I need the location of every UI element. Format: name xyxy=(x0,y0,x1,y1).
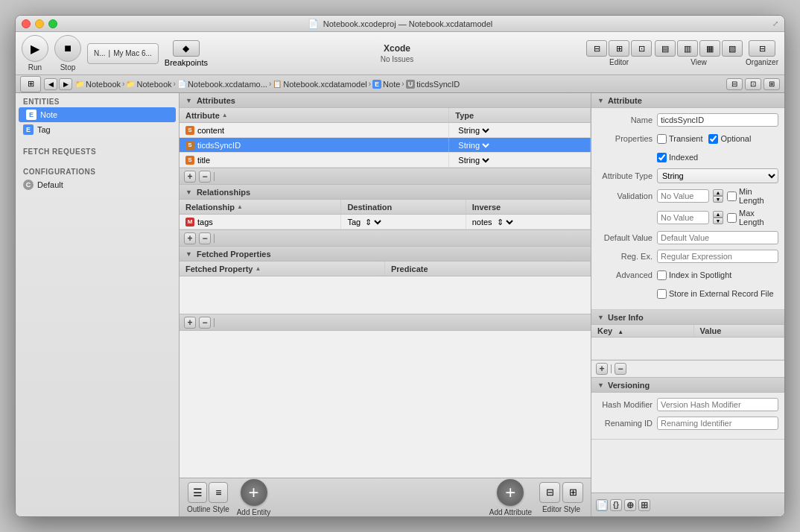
editor-btn-2[interactable]: ⊞ xyxy=(609,40,629,57)
nav-grid-icon[interactable]: ⊞ xyxy=(20,76,41,92)
spotlight-check[interactable] xyxy=(657,270,667,280)
right-grid-btn[interactable]: ⊞ xyxy=(638,499,650,511)
nav-info-btn[interactable]: ⊟ xyxy=(726,78,743,90)
organizer-btn[interactable]: ⊟ xyxy=(749,40,775,57)
sidebar-item-default[interactable]: C Default xyxy=(16,177,179,192)
user-info-footer: + − xyxy=(591,360,784,378)
breadcrumb-note[interactable]: E Note xyxy=(372,80,400,89)
right-code-btn[interactable]: {} xyxy=(610,499,622,511)
indexed-checkbox[interactable]: Indexed xyxy=(657,153,698,162)
val-step-up-2[interactable]: ▲ xyxy=(713,211,723,218)
type-select-content[interactable]: String xyxy=(455,125,492,136)
project-name: Notebook.xcodeproj — Notebook.xcdatamode… xyxy=(323,19,492,28)
attr-row-ticds[interactable]: S ticdsSyncID String xyxy=(180,138,591,153)
view-btn-3[interactable]: ▦ xyxy=(699,40,720,57)
sidebar-item-note[interactable]: E Note xyxy=(19,107,176,122)
reg-ex-input[interactable] xyxy=(657,250,778,263)
rel-add-button[interactable]: + xyxy=(184,232,196,244)
breadcrumb-xcdatamo[interactable]: 📄 Notebook.xcdatamo... xyxy=(177,80,267,89)
user-info-add-button[interactable]: + xyxy=(596,363,608,375)
right-model-btn[interactable]: ⊕ xyxy=(624,499,636,511)
sidebar-item-tag[interactable]: E Tag xyxy=(16,122,179,137)
hash-modifier-input[interactable] xyxy=(657,398,778,411)
val-input-2[interactable] xyxy=(657,211,709,224)
breadcrumb-notebook-folder[interactable]: 📁 Notebook xyxy=(75,80,121,89)
transient-check[interactable] xyxy=(657,134,667,144)
attr-add-button[interactable]: + xyxy=(184,171,196,183)
view-btn-2[interactable]: ▥ xyxy=(677,40,698,57)
view-btn-1[interactable]: ▤ xyxy=(655,40,676,57)
external-checkbox[interactable]: Store in External Record File xyxy=(657,289,774,299)
right-file-btn[interactable]: 📄 xyxy=(596,499,608,511)
breadcrumb-ticds[interactable]: U ticdsSyncID xyxy=(406,80,460,89)
user-info-title: User Info xyxy=(608,313,644,322)
rel-row-tags[interactable]: M tags Tag ⇕ notes ⇕ xyxy=(180,215,591,229)
attr-cell-ticds-type[interactable]: String xyxy=(449,138,591,152)
fetched-section-header[interactable]: ▼ Fetched Properties xyxy=(180,247,591,262)
editor-table-icon[interactable]: ⊟ xyxy=(539,482,560,503)
breakpoints-button[interactable]: ◆ Breakpoints xyxy=(165,40,208,67)
inverse-select[interactable]: ⇕ xyxy=(494,217,515,227)
val-stepper-2: ▲ ▼ xyxy=(713,211,723,224)
run-button[interactable]: ▶ Run xyxy=(22,35,48,72)
user-info-remove-button[interactable]: − xyxy=(615,363,626,375)
type-select-ticds[interactable]: String xyxy=(455,140,492,151)
max-length-checkbox[interactable]: Max Length xyxy=(727,209,778,227)
stop-button[interactable]: ■ Stop xyxy=(54,35,81,72)
editor-graph-icon[interactable]: ⊞ xyxy=(562,482,583,503)
editor-style-button[interactable]: ⊟ ⊞ Editor Style xyxy=(539,482,583,513)
add-entity-button[interactable]: + xyxy=(241,479,267,506)
scheme-selector[interactable]: N... | My Mac 6... xyxy=(87,43,159,64)
type-select-title[interactable]: String xyxy=(455,155,492,165)
attr-cell-content-type[interactable]: String xyxy=(449,123,591,137)
nav-share-btn[interactable]: ⊡ xyxy=(745,78,761,90)
name-input[interactable] xyxy=(657,113,778,127)
view-btn-4[interactable]: ▧ xyxy=(722,40,743,57)
attr-row-title[interactable]: S title String xyxy=(180,153,591,168)
attr-type-label: Attribute Type xyxy=(597,171,657,180)
editor-btn-3[interactable]: ⊡ xyxy=(631,40,652,57)
max-length-check[interactable] xyxy=(727,213,737,223)
attr-type-select[interactable]: String Integer 16 Integer 32 Integer 64 … xyxy=(657,168,778,183)
min-length-checkbox[interactable]: Min Length xyxy=(727,187,778,205)
spotlight-checkbox[interactable]: Index in Spotlight xyxy=(657,270,731,280)
dest-select[interactable]: ⇕ xyxy=(362,217,384,227)
renaming-id-input[interactable] xyxy=(657,417,778,430)
min-length-check[interactable] xyxy=(727,191,737,201)
nav-more-btn[interactable]: ⊞ xyxy=(764,78,780,90)
attr-cell-title-type[interactable]: String xyxy=(449,153,591,167)
attr-remove-button[interactable]: − xyxy=(199,171,211,183)
rel-remove-button[interactable]: − xyxy=(199,232,211,244)
tables-area: ▼ Attributes Attribute ▲ Type xyxy=(180,93,591,478)
add-attribute-button[interactable]: + xyxy=(497,479,524,506)
breadcrumb-xcdatamodel[interactable]: 📋 Notebook.xcdatamodel xyxy=(273,80,367,89)
outline-style-button[interactable]: ☰ ≡ Outline Style xyxy=(187,482,229,513)
val-input-1[interactable] xyxy=(657,189,709,203)
relationships-section-header[interactable]: ▼ Relationships xyxy=(180,185,591,200)
fetch-triangle: ▼ xyxy=(185,250,192,258)
optional-check[interactable] xyxy=(708,134,718,144)
external-check[interactable] xyxy=(657,289,667,299)
optional-checkbox[interactable]: Optional xyxy=(708,134,751,144)
val-stepper-1: ▲ ▼ xyxy=(713,189,723,203)
val-step-down-2[interactable]: ▼ xyxy=(713,218,723,224)
fetch-remove-button[interactable]: − xyxy=(199,317,211,329)
breadcrumb-notebook[interactable]: 📁 Notebook xyxy=(126,80,171,89)
val-step-up-1[interactable]: ▲ xyxy=(713,189,723,196)
default-value-input[interactable] xyxy=(657,231,778,244)
transient-checkbox[interactable]: Transient xyxy=(657,134,702,144)
close-button[interactable] xyxy=(22,19,31,28)
traffic-lights xyxy=(22,19,57,28)
reg-ex-label: Reg. Ex. xyxy=(597,252,657,261)
nav-forward-button[interactable]: ▶ xyxy=(59,78,72,90)
attributes-section-header[interactable]: ▼ Attributes xyxy=(180,93,591,108)
indexed-check[interactable] xyxy=(657,153,667,162)
nav-back-button[interactable]: ◀ xyxy=(44,78,57,90)
folder-icon-2: 📁 xyxy=(126,80,135,88)
minimize-button[interactable] xyxy=(35,19,44,28)
fetch-add-button[interactable]: + xyxy=(184,317,196,329)
editor-btn-1[interactable]: ⊟ xyxy=(586,40,607,57)
maximize-button[interactable] xyxy=(48,19,57,28)
attr-row-content[interactable]: S content String xyxy=(180,123,591,138)
val-step-down-1[interactable]: ▼ xyxy=(713,196,723,203)
